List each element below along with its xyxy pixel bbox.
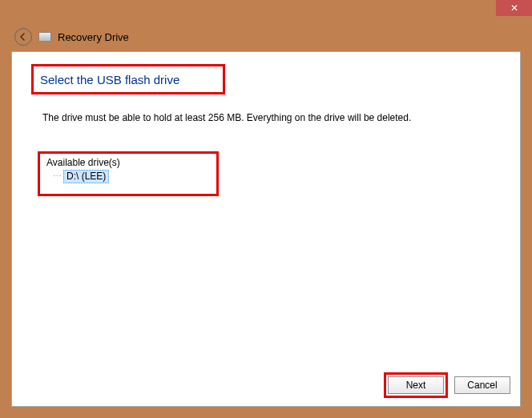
page-heading: Select the USB flash drive (40, 73, 179, 86)
wizard-header: Recovery Drive (0, 22, 532, 51)
available-drives-label: Available drive(s) (46, 157, 210, 168)
arrow-left-icon (18, 32, 28, 42)
drive-list-item[interactable]: ⋯ D:\ (LEE) (53, 170, 109, 183)
drive-label[interactable]: D:\ (LEE) (63, 170, 109, 183)
close-button[interactable]: ✕ (496, 0, 532, 16)
next-button[interactable]: Next (388, 376, 444, 394)
wizard-title: Recovery Drive (58, 31, 129, 43)
available-drives-highlight: Available drive(s) ⋯ D:\ (LEE) (38, 151, 219, 196)
content-panel: Select the USB flash drive The drive mus… (11, 51, 521, 407)
next-button-highlight: Next (384, 372, 448, 398)
cancel-button[interactable]: Cancel (454, 376, 510, 394)
close-icon: ✕ (510, 2, 518, 14)
drive-icon (38, 32, 51, 42)
title-bar: ✕ (0, 0, 532, 22)
back-button[interactable] (14, 28, 32, 46)
instruction-text: The drive must be able to hold at least … (42, 112, 411, 123)
button-row: Next Cancel (384, 372, 510, 398)
heading-highlight: Select the USB flash drive (31, 64, 225, 94)
tree-connector-icon: ⋯ (53, 171, 62, 182)
